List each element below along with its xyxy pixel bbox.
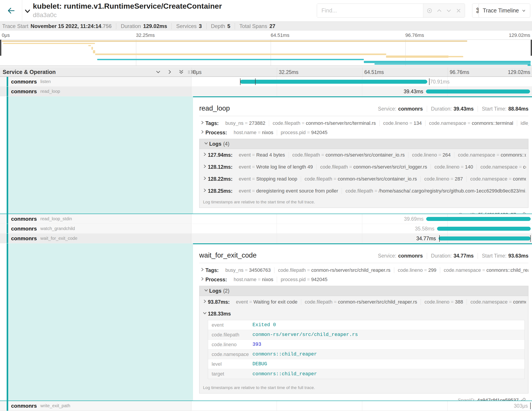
log-field-row: levelDEBUG	[208, 359, 524, 369]
tag-chip[interactable]: code.namespace=conmonrs::terminal	[425, 120, 517, 126]
timeline-gridline	[277, 224, 277, 233]
log-entry[interactable]: 128.25ms:event=deregistering event sourc…	[200, 185, 528, 197]
trace-collapse-toggle[interactable]	[23, 7, 32, 16]
timeline-gridline	[191, 401, 191, 411]
logs-header[interactable]: Logs(2)	[200, 286, 528, 296]
detail-accent-bar	[7, 96, 8, 214]
minimap-drag-handle-right[interactable]	[531, 40, 532, 56]
log-field-chip[interactable]: code.namespace=co…	[476, 164, 526, 170]
process-chip[interactable]: process.pid=942045	[277, 130, 331, 136]
log-entry[interactable]: 128.22ms:event=Stopping read loopcode.fi…	[200, 173, 528, 185]
process-row[interactable]: Process:host.name=nixosprocess.pid=94204…	[199, 129, 528, 136]
span-row-timeline[interactable]: 303μs	[191, 401, 532, 411]
logs-header[interactable]: Logs(4)	[200, 139, 528, 149]
tag-chip[interactable]: busy_ns=273882	[222, 120, 269, 126]
span-row-timeline[interactable]: 35.58ms	[191, 224, 532, 234]
find-group	[317, 4, 465, 18]
log-field-chip[interactable]: event=Stopping read loop	[235, 176, 301, 182]
tag-chip[interactable]: code.lineno=134	[379, 120, 425, 126]
process-chip[interactable]: process.pid=942045	[277, 277, 331, 283]
span-row-name[interactable]: conmonrslisten	[0, 77, 191, 87]
tag-chip[interactable]: code.namespace=conmonrs::child_reap…	[440, 267, 528, 273]
tag-chip[interactable]: code.filepath=conmon-rs/server/src/termi…	[269, 120, 379, 126]
log-field-chip[interactable]: code.namespace=conmon…	[466, 176, 526, 182]
span-row-name[interactable]: conmonrswatch_grandchild	[0, 224, 191, 234]
log-field-chip-value: conmon-rs/server/src/container_io.rs	[325, 152, 405, 158]
span-duration-bar[interactable]	[426, 89, 530, 93]
log-field-chip[interactable]: code.filepath=conmon-rs/server/src/cri_l…	[316, 164, 431, 170]
log-field-chip[interactable]: event=Wrote log line of length 49	[235, 164, 316, 170]
span-row-timeline[interactable]: 39.43ms	[191, 87, 532, 96]
chevron-down-icon[interactable]	[446, 7, 452, 14]
minimap-drag-handle-left[interactable]	[0, 40, 1, 56]
log-field-chip[interactable]: event=Read 4 bytes	[235, 152, 288, 158]
span-row-timeline[interactable]: 70.91ms	[191, 77, 532, 87]
span-service-name: conmonrs	[11, 88, 37, 95]
target-icon[interactable]	[426, 7, 433, 14]
tag-chip[interactable]: idle_n…	[517, 120, 528, 126]
close-icon[interactable]	[455, 7, 462, 14]
span-row-timeline[interactable]: 39.69ms	[191, 214, 532, 224]
logs-count: (4)	[223, 141, 229, 147]
log-entry[interactable]: 93.87ms:event=Waiting for exit codecode.…	[200, 296, 528, 308]
log-entry[interactable]: 128.12ms:event=Wrote log line of length …	[200, 161, 528, 173]
equals-sign: =	[252, 188, 255, 194]
log-field-chip-value: /home/sascha/.cargo/registry/src/github.…	[379, 188, 526, 194]
log-field-chip[interactable]: code.filepath=conmon-rs/server/src/child…	[301, 299, 421, 305]
detail-meta-item: Start Time:88.84ms	[478, 106, 528, 112]
log-field-chip[interactable]: event=Waiting for exit code	[232, 299, 301, 305]
span-duration-bar[interactable]	[437, 227, 531, 231]
arrow-left-icon	[7, 6, 16, 15]
span-row-name[interactable]: conmonrsread_loop_stdin	[0, 214, 191, 224]
log-field-chip[interactable]: code.filepath=conmon-rs/server/src/conta…	[301, 176, 421, 182]
process-row[interactable]: Process:host.name=nixosprocess.pid=94204…	[199, 276, 528, 283]
process-chip[interactable]: host.name=nixos	[230, 130, 277, 136]
span-duration-bar[interactable]	[240, 80, 427, 84]
minimap-canvas[interactable]	[0, 39, 532, 66]
timeline-tick-label: 32.25ms	[279, 69, 298, 75]
log-field-chip[interactable]: code.lineno=264	[408, 152, 454, 158]
tag-chip-value: conmon-rs/server/src/child_reaper.rs	[311, 267, 390, 273]
log-field-chip[interactable]: code.lineno=140	[431, 164, 476, 170]
back-button[interactable]	[0, 0, 22, 21]
tag-chip[interactable]: code.filepath=conmon-rs/server/src/child…	[274, 267, 394, 273]
log-entry[interactable]: 127.94ms:event=Read 4 bytescode.filepath…	[200, 149, 528, 161]
log-entry-expanded-header[interactable]: 128.33ms	[200, 308, 528, 319]
log-field-chip-value: 264	[443, 152, 451, 158]
collapse-one-icon[interactable]	[155, 69, 161, 75]
log-field-value: 393	[252, 342, 261, 347]
find-input[interactable]	[317, 4, 423, 17]
tags-row[interactable]: Tags:busy_ns=34506763code.filepath=conmo…	[199, 267, 528, 273]
column-resizer[interactable]	[188, 69, 191, 75]
log-field-chip[interactable]: code.namespace=conmon…	[466, 299, 526, 305]
tag-chip[interactable]: code.lineno=299	[394, 267, 440, 273]
view-selector-button[interactable]: Trace Timeline	[479, 4, 530, 18]
collapse-all-icon[interactable]	[178, 69, 184, 75]
log-field-chip[interactable]: code.lineno=388	[421, 299, 466, 305]
tags-row[interactable]: Tags:busy_ns=273882code.filepath=conmon-…	[199, 120, 528, 126]
link-icon[interactable]	[521, 212, 526, 214]
chevron-up-icon[interactable]	[436, 7, 443, 14]
process-chip[interactable]: host.name=nixos	[230, 277, 277, 283]
span-row-timeline[interactable]: 34.77ms	[191, 234, 532, 243]
log-field-chip[interactable]: code.lineno=287	[420, 176, 466, 182]
span-row-name[interactable]: conmonrswrite_exit_path	[0, 401, 191, 411]
logs-section: Logs(2)93.87ms:event=Waiting for exit co…	[199, 286, 528, 393]
minimap-gap	[0, 66, 532, 68]
span-row-name[interactable]: conmonrsread_loop	[0, 87, 191, 96]
log-field-chip-value: 287	[455, 176, 463, 182]
detail-meta-value: 93.63ms	[508, 253, 528, 259]
tag-chip[interactable]: busy_ns=34506763	[222, 267, 275, 273]
log-field-chip[interactable]: code.filepath=conmon-rs/server/src/conta…	[289, 152, 408, 158]
span-duration-bar[interactable]	[426, 217, 531, 221]
link-icon[interactable]	[521, 398, 526, 401]
log-field-chip[interactable]: code.namespace=conmonrs::co…	[454, 152, 526, 158]
equals-sign: =	[509, 176, 512, 182]
expand-one-icon[interactable]	[167, 69, 173, 75]
span-row-name[interactable]: conmonrswait_for_exit_code	[0, 234, 191, 243]
log-field-chip[interactable]: event=deregistering event source from po…	[235, 188, 342, 194]
log-field-chip[interactable]: code.filepath=/home/sascha/.cargo/regist…	[342, 188, 526, 194]
detail-meta-item: Start Time:93.63ms	[478, 253, 528, 259]
span-duration-bar[interactable]	[439, 236, 531, 240]
tag-chip-key: idle_n…	[521, 120, 528, 126]
